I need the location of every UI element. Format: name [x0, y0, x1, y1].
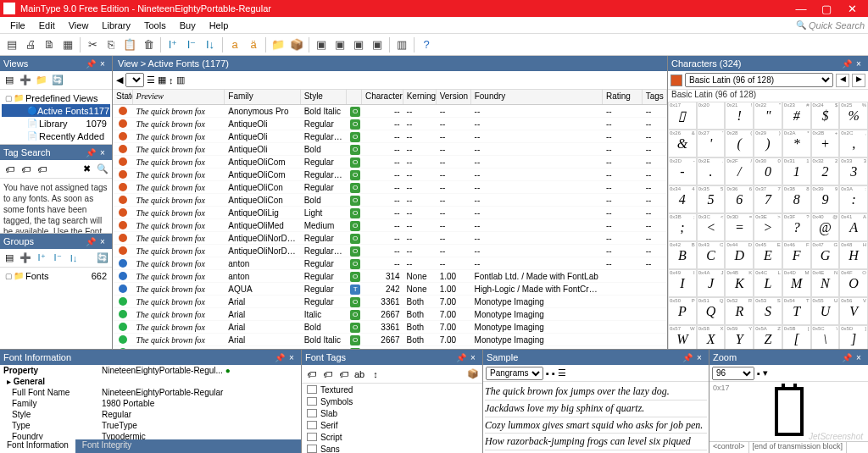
- char-cell[interactable]: 0x4CLL: [754, 269, 782, 297]
- char-cell[interactable]: 0x52RR: [725, 297, 754, 325]
- tag-icon[interactable]: 🏷: [34, 162, 49, 177]
- install-icon[interactable]: I⁺: [164, 36, 181, 53]
- zoom-size-select[interactable]: 96: [712, 367, 754, 380]
- char-cell[interactable]: 0x21!!: [725, 102, 754, 130]
- group-item[interactable]: ▢📁Fonts662: [2, 269, 110, 282]
- color-icon[interactable]: ▪: [757, 368, 760, 378]
- char-cell[interactable]: 0x58XX: [697, 325, 726, 349]
- block-select[interactable]: Basic Latin (96 of 128): [685, 73, 833, 87]
- char-cell[interactable]: 0x2A**: [782, 130, 811, 157]
- char-cell[interactable]: 0x46FF: [782, 241, 811, 269]
- layout-icon[interactable]: ▦: [59, 36, 76, 53]
- column-header[interactable]: Foundry: [471, 90, 603, 104]
- folder-icon[interactable]: 📁: [270, 36, 287, 53]
- font-row[interactable]: The quick brown foxAntiqueOliRegular Ita…: [113, 130, 667, 143]
- refresh-icon[interactable]: 🔄: [50, 73, 65, 88]
- char-cell[interactable]: 0x45EE: [754, 241, 782, 269]
- size1-icon[interactable]: ▪: [546, 368, 549, 378]
- char-cell[interactable]: 0x4FOO: [839, 269, 868, 297]
- tag-item[interactable]: Sans: [302, 443, 482, 453]
- view2-icon[interactable]: ▦: [158, 75, 166, 86]
- size3-icon[interactable]: ☰: [558, 367, 566, 378]
- pin-icon[interactable]: 📌: [85, 237, 97, 246]
- char-cell[interactable]: 0x23##: [782, 102, 811, 130]
- close-icon[interactable]: ×: [693, 353, 705, 362]
- color-icon[interactable]: ▾: [763, 367, 768, 378]
- char-cell[interactable]: 0x5D]]: [839, 325, 868, 349]
- new-icon[interactable]: ▤: [3, 36, 20, 53]
- find-icon[interactable]: a: [226, 36, 243, 53]
- char-cell[interactable]: 0x4ENN: [811, 269, 840, 297]
- char-cell[interactable]: 0x2C,,: [839, 130, 868, 157]
- preview-icon[interactable]: 🗎: [41, 36, 58, 53]
- tag-item[interactable]: Script: [302, 431, 482, 443]
- column-header[interactable]: Preview: [133, 90, 225, 104]
- quick-search[interactable]: Quick Search: [796, 20, 865, 30]
- char-cell[interactable]: 0x2D--: [668, 157, 697, 185]
- char-cell[interactable]: 0x3111: [782, 157, 811, 185]
- tag-icon[interactable]: 🏷: [336, 367, 351, 382]
- size2-icon[interactable]: ▪: [552, 368, 555, 378]
- char-cell[interactable]: 0x3666: [725, 185, 754, 213]
- char-cell[interactable]: 0x5C\\: [811, 325, 840, 349]
- paste-icon[interactable]: 📋: [121, 36, 138, 53]
- pin-icon[interactable]: 📌: [85, 148, 97, 157]
- load-icon[interactable]: I↓: [202, 36, 219, 53]
- char-cell[interactable]: 0x3999: [811, 185, 840, 213]
- char-cell[interactable]: 0x3000: [754, 157, 782, 185]
- panel-icon[interactable]: ▥: [393, 36, 410, 53]
- close-icon[interactable]: ×: [853, 353, 865, 362]
- menu-help[interactable]: Help: [203, 20, 236, 30]
- char-cell[interactable]: 0x49II: [668, 269, 697, 297]
- task1-icon[interactable]: ▣: [313, 36, 330, 53]
- sort-icon[interactable]: ↕: [368, 367, 383, 382]
- column-header[interactable]: Characters: [362, 90, 403, 104]
- char-cell[interactable]: 0x59YY: [725, 325, 754, 349]
- refresh-icon[interactable]: 🔄: [95, 251, 110, 266]
- char-cell[interactable]: 0x24$$: [811, 102, 840, 130]
- font-row[interactable]: The quick brown foxAntiqueOliBoldO------…: [113, 143, 667, 156]
- char-cell[interactable]: 0x5B[[: [782, 325, 811, 349]
- folder-icon[interactable]: 📁: [34, 73, 49, 88]
- char-cell[interactable]: 0x3F??: [782, 213, 811, 241]
- task2-icon[interactable]: ▣: [331, 36, 348, 53]
- pin-icon[interactable]: 📌: [682, 353, 693, 362]
- clear-icon[interactable]: ✖: [79, 162, 94, 177]
- char-cell[interactable]: 0x43CC: [697, 241, 726, 269]
- add-icon[interactable]: ➕: [18, 251, 33, 266]
- menu-file[interactable]: File: [3, 20, 32, 30]
- load-icon[interactable]: I↓: [66, 251, 81, 266]
- group-icon[interactable]: ▤: [2, 251, 17, 266]
- column-header[interactable]: [347, 90, 362, 104]
- tag-item[interactable]: Slab: [302, 407, 482, 419]
- delete-icon[interactable]: 🗑: [140, 36, 157, 53]
- maximize-button[interactable]: ▢: [814, 3, 839, 15]
- font-row[interactable]: The quick brown foxArialBold ItalicO2667…: [113, 334, 667, 346]
- font-row[interactable]: The quick brown foxAntiqueOliMedMediumO-…: [113, 219, 667, 232]
- char-cell[interactable]: 0x17▯: [668, 102, 697, 130]
- prev-block-button[interactable]: ◀: [836, 74, 849, 87]
- char-cell[interactable]: 0x3D==: [725, 213, 754, 241]
- font-row[interactable]: The quick brown foxAntiqueOliComRegularO…: [113, 156, 667, 168]
- char-cell[interactable]: 0x56VV: [839, 297, 868, 325]
- close-icon[interactable]: ×: [286, 353, 298, 362]
- close-icon[interactable]: ×: [97, 148, 108, 157]
- view1-icon[interactable]: ☰: [147, 75, 155, 86]
- task4-icon[interactable]: ▣: [369, 36, 386, 53]
- box-icon[interactable]: 📦: [288, 36, 305, 53]
- char-cell[interactable]: 0x26&&: [668, 130, 697, 157]
- char-cell[interactable]: 0x54TT: [782, 297, 811, 325]
- pin-icon[interactable]: 📌: [274, 353, 286, 362]
- font-row[interactable]: The quick brown foxArialBoldO3361Both7.0…: [113, 321, 667, 334]
- font-row[interactable]: The quick brown foxAnonymous ProBold Ita…: [113, 105, 667, 118]
- tab-font-information[interactable]: Font Information: [0, 439, 75, 453]
- back-icon[interactable]: ◀: [116, 75, 123, 86]
- pin-icon[interactable]: 📌: [841, 59, 853, 69]
- font-row[interactable]: The quick brown foxArialItalicO2667Both7…: [113, 308, 667, 321]
- text-icon[interactable]: ab: [352, 367, 367, 382]
- menu-tools[interactable]: Tools: [137, 20, 173, 30]
- char-cell[interactable]: 0x4AJJ: [697, 269, 726, 297]
- column-header[interactable]: Style: [301, 90, 348, 104]
- tag-item[interactable]: Serif: [302, 419, 482, 431]
- char-cell[interactable]: 0x3555: [697, 185, 726, 213]
